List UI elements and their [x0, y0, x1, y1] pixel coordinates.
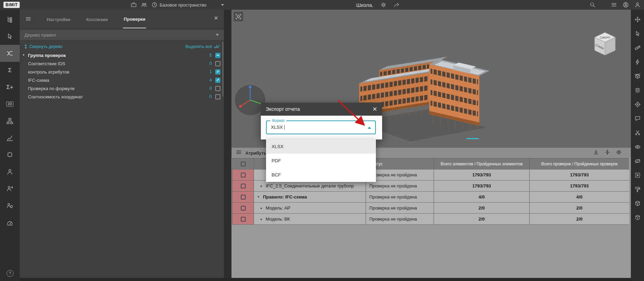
plugins-icon[interactable]	[0, 146, 20, 163]
row-checkbox[interactable]	[241, 206, 246, 211]
tab-collisions[interactable]: Коллизии	[86, 11, 109, 28]
panel-menu-icon[interactable]	[25, 16, 31, 23]
user-icon[interactable]	[634, 2, 641, 8]
row-checkbox[interactable]	[241, 217, 246, 222]
export-download-icon[interactable]	[593, 149, 599, 157]
row-name-cell: ▲IFC_2.5_Соединительные детали трубопр	[254, 181, 366, 192]
model-tree-icon[interactable]	[0, 11, 20, 28]
row-expand-icon[interactable]: ▲	[260, 184, 263, 187]
view-2d-icon[interactable]: 2D	[0, 96, 20, 113]
row-checks-cell: 2/0	[530, 214, 629, 225]
panel-scrollbar[interactable]	[222, 41, 224, 97]
panel-drag-handle[interactable]	[466, 138, 479, 139]
table-row[interactable]: ▼Правило: IFC-схема Проверка не пройдена…	[233, 192, 628, 203]
row-status-cell: Проверка не пройдена	[366, 181, 434, 192]
row-expand-icon[interactable]: ▲	[260, 217, 263, 221]
isolate-cube-icon[interactable]	[631, 196, 644, 211]
row-checkbox[interactable]	[241, 184, 246, 188]
tree-item-group[interactable]: ▾ Группа проверок 5	[20, 51, 224, 59]
person-icon[interactable]	[0, 163, 20, 180]
table-row[interactable]: ▲IFC_2.5_Соединительные детали трубопр П…	[233, 181, 628, 192]
tab-checks[interactable]: Проверки	[123, 11, 146, 28]
format-value: XLSX	[271, 125, 285, 130]
sum-add-icon[interactable]: Σ+	[0, 79, 20, 96]
close-icon[interactable]: ✕	[372, 106, 377, 112]
table-settings-icon[interactable]	[616, 149, 622, 157]
team-icon[interactable]	[141, 2, 147, 8]
option-xlsx[interactable]: XLSX	[266, 139, 376, 154]
ghost-cube-icon[interactable]	[631, 211, 644, 225]
dashboard-gauge-icon[interactable]	[0, 214, 20, 231]
row-name-cell: ▼Правило: IFC-схема	[254, 192, 366, 203]
tree-item-count: 1	[209, 69, 212, 74]
checks-panel: Настройки Коллизии Проверки ✕ Дерево пра…	[20, 10, 224, 278]
project-settings-icon[interactable]	[380, 2, 387, 8]
option-pdf[interactable]: PDF	[266, 154, 376, 168]
format-select[interactable]: Формат XLSX	[266, 120, 376, 134]
lightning-icon[interactable]	[631, 55, 644, 69]
tree-item-checkbox[interactable]	[215, 94, 220, 99]
section-box-icon[interactable]	[631, 69, 644, 83]
eye-off-icon[interactable]	[631, 154, 644, 168]
tree-item-label: контроль атрибутов	[28, 69, 209, 75]
select-all-link[interactable]: Выделить всё	[185, 44, 220, 49]
select-all-checkbox[interactable]	[241, 162, 246, 166]
people-location-icon[interactable]	[0, 197, 20, 214]
section-cut-icon[interactable]	[631, 126, 644, 140]
rules-tree-section-header[interactable]: Дерево правил	[20, 30, 224, 40]
hierarchy-icon[interactable]	[0, 113, 20, 129]
dropdown-arrow-icon[interactable]	[368, 127, 371, 129]
collapse-tree-link[interactable]: Свернуть дерево	[24, 44, 63, 49]
focus-target-icon[interactable]	[631, 97, 644, 112]
fit-rows-icon[interactable]	[604, 149, 610, 157]
help-button[interactable]: ?	[0, 270, 20, 277]
paint-roller-icon[interactable]	[631, 182, 644, 196]
graph-icon[interactable]	[0, 129, 20, 146]
tree-item-attributes[interactable]: контроль атрибутов 1	[20, 68, 224, 76]
select-cursor-icon[interactable]	[0, 28, 20, 45]
tree-item-formula[interactable]: Проверка по формуле 0	[20, 84, 224, 93]
history-icon[interactable]	[151, 2, 158, 8]
menu-list-icon[interactable]	[611, 2, 617, 8]
row-select-cell	[233, 169, 254, 181]
table-row[interactable]: ▲Модель: АР Проверка не пройдена 2/0 2/0	[233, 203, 628, 214]
row-checkbox[interactable]	[241, 195, 246, 200]
pan-icon[interactable]	[631, 12, 644, 27]
tree-item-coordinates[interactable]: Соотносимость координат 0	[20, 93, 224, 101]
table-row[interactable]: ▲Модель: ВК Проверка не пройдена 2/0 2/0	[233, 214, 628, 225]
row-expand-icon[interactable]: ▼	[257, 195, 260, 198]
tree-item-count: 0	[209, 94, 212, 99]
sum-icon[interactable]: Σ	[0, 62, 20, 79]
tab-settings[interactable]: Настройки	[46, 11, 71, 28]
attributes-menu-icon[interactable]	[236, 149, 242, 157]
tree-item-ifc-schema[interactable]: IFC-схема 4	[20, 76, 224, 84]
option-bcf[interactable]: BCF	[266, 168, 376, 182]
measure-ruler-icon[interactable]	[631, 41, 644, 55]
share-icon[interactable]	[394, 2, 400, 8]
comment-icon[interactable]	[631, 112, 644, 126]
tree-item-checkbox[interactable]	[215, 86, 220, 91]
row-checkbox[interactable]	[241, 173, 246, 177]
projects-icon[interactable]	[131, 2, 137, 8]
tree-item-checkbox[interactable]	[215, 78, 220, 83]
person-export-icon[interactable]	[0, 180, 20, 197]
tree-item-checkbox[interactable]	[215, 53, 220, 58]
search-icon[interactable]	[589, 2, 596, 8]
expand-arrow-icon[interactable]: ▾	[23, 53, 25, 57]
checks-tool-icon[interactable]	[0, 45, 20, 62]
workspace-selector[interactable]: Базовое пространство	[160, 0, 224, 10]
select-arrow-icon[interactable]	[631, 27, 644, 41]
tree-item-label: Проверка по формуле	[28, 86, 209, 91]
account-circle-icon[interactable]	[623, 2, 629, 8]
navigation-cube[interactable]: Сверху Слева	[590, 29, 619, 58]
fit-view-icon	[235, 13, 242, 20]
deselect-box-icon[interactable]	[631, 168, 644, 182]
close-icon[interactable]: ✕	[214, 16, 218, 21]
storeys-icon[interactable]	[631, 83, 644, 97]
fit-view-button[interactable]	[234, 12, 243, 21]
eye-icon[interactable]	[631, 140, 644, 154]
row-expand-icon[interactable]: ▲	[260, 206, 263, 210]
tree-item-ids[interactable]: Соответствие IDS 0	[20, 59, 224, 68]
tree-item-checkbox[interactable]	[215, 61, 220, 66]
tree-item-checkbox[interactable]	[215, 69, 220, 75]
